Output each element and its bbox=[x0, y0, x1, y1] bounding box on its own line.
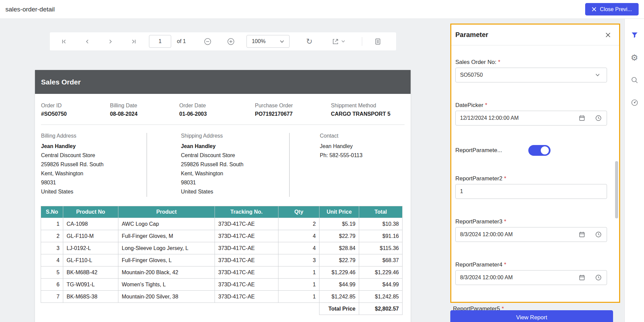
addresses-row: Billing Address Jean Handley Central Dis… bbox=[35, 133, 411, 197]
address-line: 259826 Russell Rd. South bbox=[41, 160, 147, 169]
chevron-down-icon bbox=[280, 40, 284, 43]
content-area: 1 of 1 100% ↻ Sales Order bbox=[0, 19, 644, 322]
report-parameter4-input[interactable]: 8/3/2024 12:00:00 AM bbox=[455, 270, 607, 285]
column-header: Unit Price bbox=[319, 206, 359, 218]
zoom-level-dropdown[interactable]: 100% bbox=[247, 35, 290, 48]
viewer-toolbar: 1 of 1 100% ↻ bbox=[49, 32, 396, 51]
prev-page-button[interactable] bbox=[82, 36, 92, 46]
sales-order-field: Sales Order No:* SO50750 bbox=[455, 59, 606, 82]
cell-product: Women's Tights, L bbox=[118, 279, 215, 291]
cell-total: $91.16 bbox=[359, 230, 403, 242]
toggle-knob bbox=[541, 146, 549, 154]
parameters-filter-tab[interactable] bbox=[630, 30, 639, 40]
order-info-item: Billing Date 08-08-2024 bbox=[110, 103, 179, 117]
refresh-button[interactable]: ↻ bbox=[304, 36, 314, 46]
document-icon bbox=[375, 38, 381, 45]
calendar-icon[interactable] bbox=[579, 115, 585, 121]
report-parameter3-input[interactable]: 8/3/2024 12:00:00 AM bbox=[455, 227, 607, 242]
chevron-down-icon bbox=[595, 74, 600, 77]
total-price-value: $2,802.57 bbox=[359, 303, 403, 315]
total-price-label: Total Price bbox=[319, 303, 359, 315]
products-table: S.NoProduct NoProductTracking No.QtyUnit… bbox=[41, 206, 403, 315]
toolbar-separator bbox=[362, 37, 362, 46]
cell-sno: 1 bbox=[41, 218, 63, 230]
performance-tab[interactable] bbox=[630, 98, 639, 107]
zoom-level-value: 100% bbox=[252, 38, 266, 44]
parameter-panel: Parameter Sales Order No:* SO50750 DateP… bbox=[450, 24, 620, 303]
cell-product: Mountain-200 Black, 42 bbox=[118, 266, 215, 279]
report-parameter3-field: ReportParameter3* 8/3/2024 12:00:00 AM bbox=[455, 218, 606, 242]
export-button[interactable] bbox=[332, 38, 345, 45]
cell-total: $44.99 bbox=[359, 279, 403, 291]
toggle-switch[interactable] bbox=[528, 145, 551, 156]
field-label: ReportParameter4 bbox=[455, 261, 502, 268]
settings-tab[interactable]: ⚙ bbox=[630, 53, 639, 62]
info-label: Billing Date bbox=[110, 103, 179, 109]
info-label: Order ID bbox=[41, 103, 110, 109]
sales-order-dropdown[interactable]: SO50750 bbox=[455, 68, 607, 82]
next-page-button[interactable] bbox=[105, 36, 115, 46]
address-name: Jean Handley bbox=[41, 142, 147, 151]
cell-total: $68.37 bbox=[359, 254, 403, 266]
last-page-icon bbox=[131, 39, 137, 44]
required-asterisk: * bbox=[504, 218, 506, 225]
right-sidebar: ⚙ bbox=[624, 19, 644, 322]
search-icon bbox=[631, 76, 638, 84]
last-page-button[interactable] bbox=[128, 36, 139, 46]
panel-scrollbar-thumb[interactable] bbox=[615, 161, 618, 218]
datepicker-input[interactable]: 12/12/2024 12:00:00 AM bbox=[455, 111, 607, 126]
calendar-icon[interactable] bbox=[579, 231, 585, 238]
search-tab[interactable] bbox=[630, 75, 639, 85]
table-row: 1 CA-1098 AWC Logo Cap 373D-417C-AE 2 $5… bbox=[41, 218, 403, 230]
panel-close-button[interactable] bbox=[605, 32, 611, 38]
calendar-icon[interactable] bbox=[579, 275, 585, 281]
print-layout-button[interactable] bbox=[373, 36, 383, 46]
column-header: Product bbox=[118, 206, 215, 218]
page-title: sales-order-detail bbox=[5, 6, 55, 13]
clock-icon[interactable] bbox=[595, 115, 602, 121]
funnel-icon bbox=[631, 31, 638, 39]
dropdown-value: SO50750 bbox=[456, 72, 483, 78]
plus-circle-icon bbox=[227, 38, 235, 45]
cell-sno: 3 bbox=[41, 242, 63, 254]
info-value: PO7192170677 bbox=[255, 111, 331, 117]
report-parameter2-input[interactable] bbox=[455, 184, 607, 199]
cell-sno: 7 bbox=[41, 291, 63, 303]
clock-icon[interactable] bbox=[595, 275, 602, 281]
close-preview-button[interactable]: Close Previ... bbox=[585, 3, 639, 15]
first-page-button[interactable] bbox=[59, 36, 69, 46]
cell-product-no: LJ-0192-L bbox=[63, 242, 118, 254]
cell-qty: 4 bbox=[278, 230, 319, 242]
cell-unit-price: $1,242.85 bbox=[319, 291, 359, 303]
cell-qty: 1 bbox=[278, 279, 319, 291]
cell-total: $1,229.46 bbox=[359, 266, 403, 279]
close-preview-label: Close Previ... bbox=[600, 6, 632, 12]
zoom-in-button[interactable] bbox=[226, 36, 236, 46]
cell-qty: 2 bbox=[278, 218, 319, 230]
section-heading: Contact bbox=[320, 133, 411, 139]
address-line: 259826 Russell Rd. South bbox=[181, 160, 289, 169]
order-info-item: Order ID #SO50750 bbox=[41, 103, 110, 117]
cell-qty: 1 bbox=[278, 266, 319, 279]
contact-line: Ph: 582-555-0113 bbox=[320, 151, 411, 160]
minus-circle-icon bbox=[204, 38, 212, 45]
view-report-button[interactable]: View Report bbox=[450, 310, 613, 322]
total-row-spacer bbox=[41, 303, 319, 315]
cell-product-no: CA-1098 bbox=[63, 218, 118, 230]
info-value: 08-08-2024 bbox=[110, 111, 179, 117]
column-header: Total bbox=[359, 206, 403, 218]
info-value: CARGO TRANSPORT 5 bbox=[331, 111, 405, 117]
table-row: 3 LJ-0192-L Long-Sleeve Logo Jersey, L 3… bbox=[41, 242, 403, 254]
address-line: Central Discount Store bbox=[41, 151, 147, 160]
zoom-out-button[interactable] bbox=[203, 36, 213, 46]
export-icon bbox=[332, 38, 339, 45]
section-heading: Shipping Address bbox=[181, 133, 289, 139]
page-number-input[interactable]: 1 bbox=[149, 35, 171, 48]
info-label: Shippment Method bbox=[331, 103, 405, 109]
cell-product-no: BK-M68B-42 bbox=[63, 266, 118, 279]
cell-product-no: BK-M68S-38 bbox=[63, 291, 118, 303]
speedometer-icon bbox=[631, 99, 638, 106]
address-line: 98031 bbox=[41, 178, 147, 187]
clock-icon[interactable] bbox=[595, 231, 602, 238]
address-name: Jean Handley bbox=[181, 142, 289, 151]
